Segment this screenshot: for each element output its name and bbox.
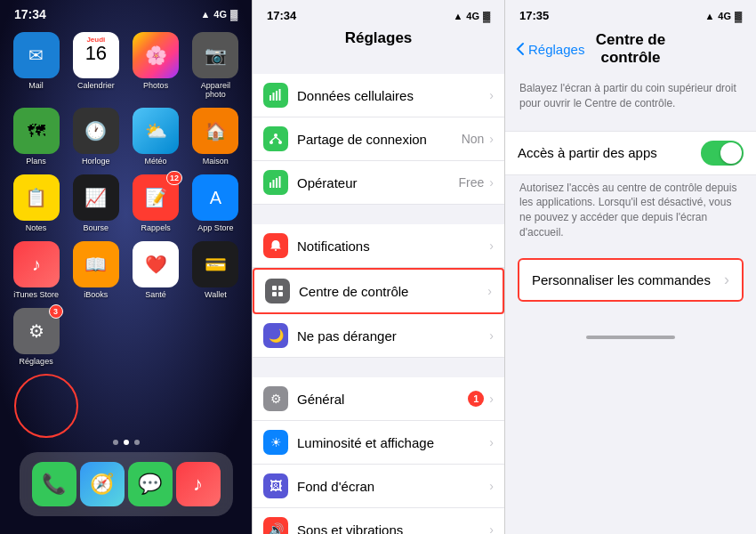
row-partage[interactable]: Partage de connexion Non › bbox=[253, 117, 504, 161]
ibooks-icon: 📖 bbox=[73, 241, 119, 287]
chevron-icon: › bbox=[724, 271, 729, 289]
bourse-icon: 📈 bbox=[73, 174, 119, 221]
app-mail[interactable]: ✉ Mail bbox=[11, 32, 61, 99]
notifications-label: Notifications bbox=[297, 239, 489, 254]
svg-rect-9 bbox=[269, 182, 271, 188]
fond-icon: 🖼 bbox=[263, 473, 288, 498]
row-luminosite[interactable]: ☀ Luminosité et affichage › bbox=[253, 421, 504, 465]
notes-icon: 📋 bbox=[13, 174, 60, 221]
signal-icon: ▲ bbox=[200, 9, 210, 20]
notifications-icon bbox=[263, 233, 288, 258]
general-label: Général bbox=[297, 392, 468, 407]
maison-icon: 🏠 bbox=[192, 108, 238, 154]
dock-safari[interactable]: 🧭 bbox=[80, 462, 125, 506]
app-rappels[interactable]: 📝 12 Rappels bbox=[131, 174, 181, 232]
row-sons[interactable]: 🔊 Sons et vibrations › bbox=[253, 508, 504, 534]
plans-icon: 🗺 bbox=[13, 108, 60, 154]
row-donnees[interactable]: Données cellulaires › bbox=[253, 74, 504, 117]
sante-icon: ❤️ bbox=[133, 241, 179, 287]
mail-icon: ✉ bbox=[13, 32, 60, 78]
svg-rect-15 bbox=[278, 286, 283, 290]
app-ibooks[interactable]: 📖 iBooks bbox=[70, 241, 121, 299]
svg-rect-0 bbox=[269, 95, 271, 101]
svg-rect-17 bbox=[278, 292, 283, 296]
personnaliser-row[interactable]: Personnaliser les commandes › bbox=[518, 258, 744, 302]
app-itunes[interactable]: ♪ iTunes Store bbox=[11, 241, 61, 299]
app-bourse[interactable]: 📈 Bourse bbox=[70, 174, 121, 232]
app-label: Maison bbox=[203, 157, 229, 166]
network-2: 4G bbox=[466, 11, 479, 21]
general-icon: ⚙ bbox=[263, 386, 288, 411]
svg-line-8 bbox=[276, 137, 280, 141]
row-operateur[interactable]: Opérateur Free › bbox=[253, 161, 504, 205]
partage-value: Non bbox=[462, 132, 485, 146]
row-fond[interactable]: 🖼 Fond d'écran › bbox=[253, 465, 504, 508]
dot bbox=[113, 440, 118, 445]
dock-messages[interactable]: 💬 bbox=[128, 462, 173, 506]
dock: 📞 🧭 💬 ♪ bbox=[20, 452, 233, 516]
row-centre-controle[interactable]: Centre de contrôle › bbox=[253, 268, 504, 314]
battery-icon: ▓ bbox=[230, 9, 237, 20]
status-icons-2: ▲ 4G ▓ bbox=[453, 11, 490, 21]
donnees-label: Données cellulaires bbox=[297, 88, 489, 103]
calendrier-icon: Jeudi 16 bbox=[73, 32, 119, 78]
home-screen: 17:34 ▲ 4G ▓ ✉ Mail Jeudi 16 Calendrier … bbox=[0, 0, 252, 534]
app-horloge[interactable]: 🕐 Horloge bbox=[70, 108, 121, 166]
chevron-icon: › bbox=[487, 284, 492, 298]
toggle-row: Accès à partir des apps bbox=[505, 131, 756, 175]
control-title: Centre de contrôle bbox=[587, 31, 674, 67]
sons-icon: 🔊 bbox=[263, 517, 288, 534]
section-gap bbox=[253, 54, 504, 74]
control-description: Balayez l'écran à partir du coin supérie… bbox=[505, 74, 756, 117]
toggle-switch[interactable] bbox=[701, 141, 744, 166]
app-maison[interactable]: 🏠 Maison bbox=[190, 108, 241, 166]
svg-rect-3 bbox=[279, 89, 281, 101]
settings-list: Données cellulaires › Partage de connexi… bbox=[253, 54, 504, 534]
app-calendrier[interactable]: Jeudi 16 Calendrier bbox=[70, 32, 121, 99]
app-label: Santé bbox=[145, 290, 166, 299]
operateur-value: Free bbox=[459, 175, 485, 190]
app-app-store[interactable]: A App Store bbox=[190, 174, 241, 232]
svg-rect-11 bbox=[276, 178, 277, 188]
app-meteo[interactable]: ⛅ Météo bbox=[131, 108, 181, 166]
svg-rect-2 bbox=[276, 91, 277, 101]
app-label: Mail bbox=[28, 81, 44, 90]
luminosite-icon: ☀ bbox=[263, 430, 288, 455]
app-sante[interactable]: ❤️ Santé bbox=[131, 241, 181, 299]
photos-icon: 🌸 bbox=[133, 32, 179, 78]
app-notes[interactable]: 📋 Notes bbox=[11, 174, 61, 232]
app-plans[interactable]: 🗺 Plans bbox=[11, 108, 61, 166]
svg-point-4 bbox=[274, 134, 277, 137]
row-notifications[interactable]: Notifications › bbox=[253, 224, 504, 268]
app-wallet[interactable]: 💳 Wallet bbox=[190, 241, 241, 299]
svg-point-5 bbox=[269, 141, 273, 144]
control-center-screen: 17:35 ▲ 4G ▓ Réglages Centre de contrôle… bbox=[504, 0, 756, 534]
app-camera[interactable]: 📷 Appareil photo bbox=[190, 32, 241, 99]
app-label: Calendrier bbox=[77, 81, 115, 90]
dock-phone[interactable]: 📞 bbox=[32, 462, 76, 506]
app-label: Wallet bbox=[205, 290, 227, 299]
app-label: Horloge bbox=[82, 157, 110, 166]
status-bar-2: 17:34 ▲ 4G ▓ bbox=[253, 0, 504, 28]
settings-title: Réglages bbox=[253, 28, 504, 54]
app-label: Appareil photo bbox=[190, 81, 241, 99]
personnaliser-label: Personnaliser les commandes bbox=[532, 272, 724, 287]
svg-rect-12 bbox=[279, 176, 281, 188]
network-icon: 4G bbox=[213, 9, 227, 20]
app-reglages[interactable]: ⚙ 3 Réglages bbox=[11, 308, 61, 366]
deranger-label: Ne pas déranger bbox=[297, 328, 489, 344]
network-3: 4G bbox=[718, 11, 731, 21]
reglages-circle-annotation bbox=[14, 374, 78, 438]
row-deranger[interactable]: 🌙 Ne pas déranger › bbox=[253, 314, 504, 358]
app-label: Rappels bbox=[141, 223, 171, 232]
status-icons-3: ▲ 4G ▓ bbox=[704, 11, 742, 21]
app-photos[interactable]: 🌸 Photos bbox=[131, 32, 181, 99]
svg-rect-1 bbox=[273, 93, 275, 101]
row-general[interactable]: ⚙ Général 1 › bbox=[253, 377, 504, 421]
meteo-icon: ⛅ bbox=[133, 108, 179, 154]
svg-line-7 bbox=[271, 137, 276, 141]
back-button[interactable]: Réglages bbox=[516, 42, 587, 57]
chevron-icon: › bbox=[489, 175, 494, 190]
time: 17:34 bbox=[14, 7, 46, 21]
dock-music[interactable]: ♪ bbox=[176, 462, 221, 506]
